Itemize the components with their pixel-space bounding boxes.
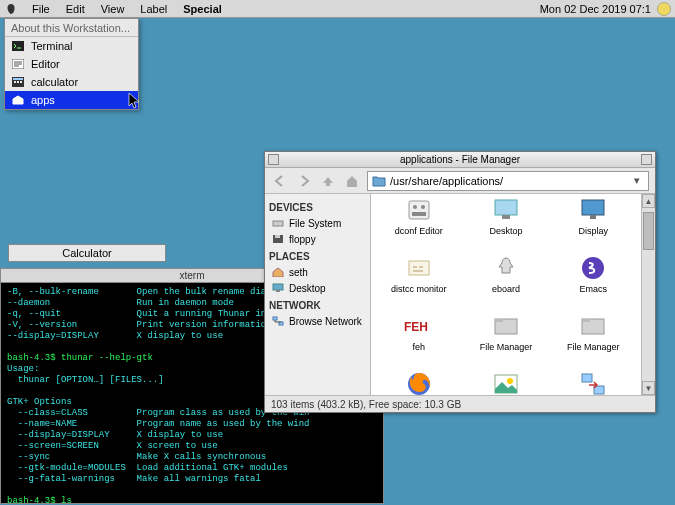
calculator-icon [11,76,25,88]
app-label: Display [579,226,609,236]
app-icon-eboard[interactable]: eboard [462,252,549,310]
terminal-icon [11,40,25,52]
app-icon-geeqie[interactable]: Geeqie [462,368,549,395]
sidebar-label: seth [289,267,308,278]
sidebar-item-desktop[interactable]: Desktop [269,280,366,296]
svg-rect-10 [273,284,283,290]
svg-point-15 [413,205,417,209]
app-icon-emacs[interactable]: Emacs [550,252,637,310]
home-icon[interactable] [343,172,361,190]
sidebar-label: Browse Network [289,316,362,327]
app-label: Desktop [489,226,522,236]
svg-point-31 [507,378,513,384]
network-icon [271,315,285,327]
chevron-down-icon[interactable]: ▾ [630,174,644,187]
back-icon[interactable] [271,172,289,190]
dropdown-label: Editor [31,58,60,70]
svg-rect-14 [409,201,429,219]
menu-file[interactable]: File [24,1,58,17]
apple-menu-dropdown: About this Workstation... TerminalEditor… [4,18,139,110]
svg-rect-5 [17,81,19,83]
editor-icon [11,58,25,70]
desktop-icon [271,282,285,294]
menu-edit[interactable]: Edit [58,1,93,17]
svg-point-16 [421,205,425,209]
dropdown-item-terminal[interactable]: Terminal [5,37,138,55]
calculator-title: Calculator [62,247,112,259]
maximize-icon[interactable] [641,154,652,165]
about-workstation[interactable]: About this Workstation... [5,19,138,37]
apple-like-logo-icon[interactable] [4,2,18,16]
app-icon-file-manager[interactable]: File Manager [462,310,549,368]
svg-rect-19 [502,215,510,219]
fm-icon [578,312,608,340]
app-icon-file-manager[interactable]: File Manager [550,310,637,368]
scroll-thumb[interactable] [643,212,654,250]
gftp-icon [578,370,608,395]
fm-titlebar[interactable]: applications - File Manager [265,152,655,168]
close-icon[interactable] [268,154,279,165]
network-header: NETWORK [269,300,366,311]
fm-icon [491,312,521,340]
scroll-up-icon[interactable]: ▲ [642,194,655,208]
tray-icon[interactable] [657,2,671,16]
emacs-icon [578,254,608,282]
svg-rect-22 [409,261,429,275]
geeqie-icon [491,370,521,395]
distcc-icon [404,254,434,282]
app-icon-desktop[interactable]: Desktop [462,194,549,252]
menu-view[interactable]: View [93,1,133,17]
dropdown-item-calculator[interactable]: calculator [5,73,138,91]
svg-rect-6 [20,81,22,83]
app-label: feh [412,342,425,352]
sidebar-item-browse-network[interactable]: Browse Network [269,313,366,329]
scrollbar[interactable]: ▲ ▼ [641,194,655,395]
fm-content[interactable]: dconf EditorDesktopDisplaydistcc monitor… [371,194,655,395]
dropdown-item-apps[interactable]: apps [5,91,138,109]
app-icon-dconf-editor[interactable]: dconf Editor [375,194,462,252]
dropdown-label: Terminal [31,40,73,52]
app-icon-firefox[interactable]: Firefox [375,368,462,395]
svg-rect-20 [582,200,604,215]
fm-title-text: applications - File Manager [400,154,520,165]
svg-text:FEH: FEH [404,320,428,334]
feh-icon: FEH [404,312,434,340]
sidebar-item-floppy[interactable]: floppy [269,231,366,247]
desktop-icon [491,196,521,224]
path-input[interactable] [390,175,626,187]
menu-special[interactable]: Special [175,1,230,17]
calculator-window[interactable]: Calculator [8,244,166,262]
svg-rect-26 [495,319,503,322]
scroll-down-icon[interactable]: ▼ [642,381,655,395]
dropdown-item-editor[interactable]: Editor [5,55,138,73]
file-manager-window: applications - File Manager ▾ DEVICES Fi… [264,151,656,413]
sidebar-label: floppy [289,234,316,245]
clock: Mon 02 Dec 2019 07:1 [536,3,655,15]
svg-rect-4 [14,81,16,83]
fm-sidebar: DEVICES File Systemfloppy PLACES sethDes… [265,194,371,395]
svg-rect-9 [275,235,280,238]
app-icon-display[interactable]: Display [550,194,637,252]
menubar: File Edit View Label Special Mon 02 Dec … [0,0,675,18]
up-icon[interactable] [319,172,337,190]
devices-header: DEVICES [269,202,366,213]
sidebar-item-file-system[interactable]: File System [269,215,366,231]
fm-toolbar: ▾ [265,168,655,194]
sidebar-item-seth[interactable]: seth [269,264,366,280]
app-icon-gftp[interactable]: gFTP [550,368,637,395]
app-label: File Manager [480,342,533,352]
svg-rect-0 [12,41,24,51]
svg-rect-18 [495,200,517,215]
forward-icon[interactable] [295,172,313,190]
floppy-icon [271,233,285,245]
firefox-icon [404,370,434,395]
app-icon-feh[interactable]: FEHfeh [375,310,462,368]
svg-rect-17 [412,212,426,216]
app-icon-distcc-monitor[interactable]: distcc monitor [375,252,462,310]
menu-label[interactable]: Label [132,1,175,17]
sidebar-label: File System [289,218,341,229]
dropdown-label: calculator [31,76,78,88]
svg-rect-7 [273,221,283,226]
path-entry[interactable]: ▾ [367,171,649,191]
places-header: PLACES [269,251,366,262]
